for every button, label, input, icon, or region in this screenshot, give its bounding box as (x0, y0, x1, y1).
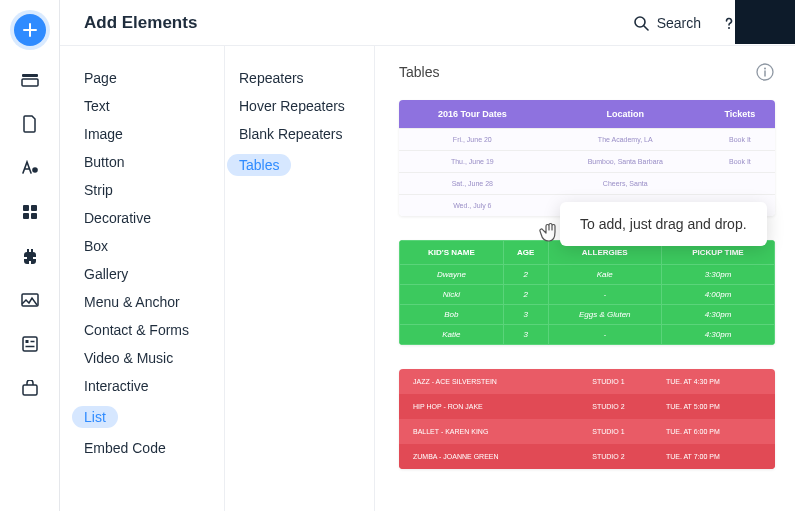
category-label: Page (84, 70, 117, 86)
category-item[interactable]: Interactive (60, 372, 224, 400)
drag-tooltip: To add, just drag and drop. (560, 202, 767, 246)
category-label: Box (84, 238, 108, 254)
table-cell: STUDIO 1 (588, 419, 662, 444)
category-item[interactable]: Contact & Forms (60, 316, 224, 344)
table-cell: Dwayne (400, 265, 504, 285)
subcategory-item[interactable]: Repeaters (225, 64, 374, 92)
table-cell: TUE. AT 6:00 PM (662, 419, 775, 444)
page-banner-fragment (735, 0, 795, 44)
category-item[interactable]: List (60, 400, 224, 434)
svg-rect-5 (23, 213, 29, 219)
table-cell: TUE. AT 5:00 PM (662, 394, 775, 419)
table-cell: 3 (503, 305, 548, 325)
category-label: Gallery (84, 266, 128, 282)
info-button[interactable] (755, 62, 775, 82)
category-item[interactable]: Text (60, 92, 224, 120)
table-cell: The Academy, LA (546, 129, 705, 151)
table-cell: Wed., July 6 (399, 195, 546, 217)
search-button[interactable]: Search (633, 15, 701, 31)
table-row: Dwayne2Kale3:30pm (400, 265, 775, 285)
content-title: Tables (399, 64, 439, 80)
category-item[interactable]: Box (60, 232, 224, 260)
page-icon[interactable] (20, 114, 40, 134)
form-icon[interactable] (20, 334, 40, 354)
category-label: Strip (84, 182, 113, 198)
table-cell: Book It (705, 151, 775, 173)
table-cell: Katie (400, 325, 504, 345)
table-cell: 3:30pm (661, 265, 774, 285)
subcategory-item[interactable]: Tables (225, 148, 374, 182)
table-row: Sat., June 28Cheers, Santa (399, 173, 775, 195)
table-row: HIP HOP - RON JAKESTUDIO 2TUE. AT 5:00 P… (399, 394, 775, 419)
table-cell: Book It (705, 129, 775, 151)
table-cell: 2 (503, 285, 548, 305)
table-cell: 4:30pm (661, 325, 774, 345)
table-cell: - (548, 285, 661, 305)
table-cell: ZUMBA - JOANNE GREEN (399, 444, 588, 469)
subcategory-item[interactable]: Blank Repeaters (225, 120, 374, 148)
category-label: Video & Music (84, 350, 173, 366)
category-label: Embed Code (84, 440, 166, 456)
table-cell: Nicki (400, 285, 504, 305)
store-icon[interactable] (20, 378, 40, 398)
category-item[interactable]: Strip (60, 176, 224, 204)
text-style-icon[interactable] (20, 158, 40, 178)
category-label: Text (84, 98, 110, 114)
table-cell: 4:30pm (661, 305, 774, 325)
subcategory-label: Tables (227, 154, 291, 176)
category-item[interactable]: Button (60, 148, 224, 176)
table-cell: TUE. AT 4:30 PM (662, 369, 775, 394)
table-cell: Bob (400, 305, 504, 325)
search-label: Search (657, 15, 701, 31)
section-icon[interactable] (20, 70, 40, 90)
table-row: Fri., June 20The Academy, LABook It (399, 129, 775, 151)
table-cell (705, 173, 775, 195)
table-cell: Bumboo, Santa Barbara (546, 151, 705, 173)
table-row: JAZZ - ACE SILVERSTEINSTUDIO 1TUE. AT 4:… (399, 369, 775, 394)
table-cell: HIP HOP - RON JAKE (399, 394, 588, 419)
table-cell: Kale (548, 265, 661, 285)
category-label: Menu & Anchor (84, 294, 180, 310)
info-icon (756, 63, 774, 81)
content-area: Tables 2016 Tour DatesLocationTicketsFri… (375, 46, 795, 511)
svg-point-12 (728, 27, 730, 29)
category-label: Image (84, 126, 123, 142)
svg-rect-10 (23, 385, 37, 395)
svg-rect-3 (23, 205, 29, 211)
table-cell: STUDIO 1 (588, 369, 662, 394)
category-item[interactable]: Video & Music (60, 344, 224, 372)
category-label: Button (84, 154, 124, 170)
category-item[interactable]: Gallery (60, 260, 224, 288)
table-cell: Fri., June 20 (399, 129, 546, 151)
add-elements-button[interactable] (14, 14, 46, 46)
table-cell: JAZZ - ACE SILVERSTEIN (399, 369, 588, 394)
category-item[interactable]: Decorative (60, 204, 224, 232)
plugins-icon[interactable] (20, 246, 40, 266)
svg-rect-8 (23, 337, 37, 351)
table-cell: Sat., June 28 (399, 173, 546, 195)
category-item[interactable]: Image (60, 120, 224, 148)
svg-rect-1 (22, 79, 38, 86)
panel-title: Add Elements (84, 13, 197, 33)
subcategory-item[interactable]: Hover Repeaters (225, 92, 374, 120)
table-preset-kids[interactable]: KID'S NAMEAGEALLERGIESPICKUP TIMEDwayne2… (399, 240, 775, 345)
category-label: Decorative (84, 210, 151, 226)
subcategory-label: Repeaters (239, 70, 304, 86)
category-item[interactable]: Page (60, 64, 224, 92)
table-preset-tour-dates[interactable]: 2016 Tour DatesLocationTicketsFri., June… (399, 100, 775, 216)
table-preset-classes[interactable]: JAZZ - ACE SILVERSTEINSTUDIO 1TUE. AT 4:… (399, 369, 775, 469)
apps-icon[interactable] (20, 202, 40, 222)
table-cell: - (548, 325, 661, 345)
col-header: AGE (503, 241, 548, 265)
category-item[interactable]: Embed Code (60, 434, 224, 462)
table-cell: 3 (503, 325, 548, 345)
svg-rect-6 (31, 213, 37, 219)
table-row: Bob3Eggs & Gluten4:30pm (400, 305, 775, 325)
svg-rect-4 (31, 205, 37, 211)
table-row: ZUMBA - JOANNE GREENSTUDIO 2TUE. AT 7:00… (399, 444, 775, 469)
table-row: Katie3-4:30pm (400, 325, 775, 345)
category-item[interactable]: Menu & Anchor (60, 288, 224, 316)
table-cell: 4:00pm (661, 285, 774, 305)
col-header: 2016 Tour Dates (399, 100, 546, 129)
image-icon[interactable] (20, 290, 40, 310)
